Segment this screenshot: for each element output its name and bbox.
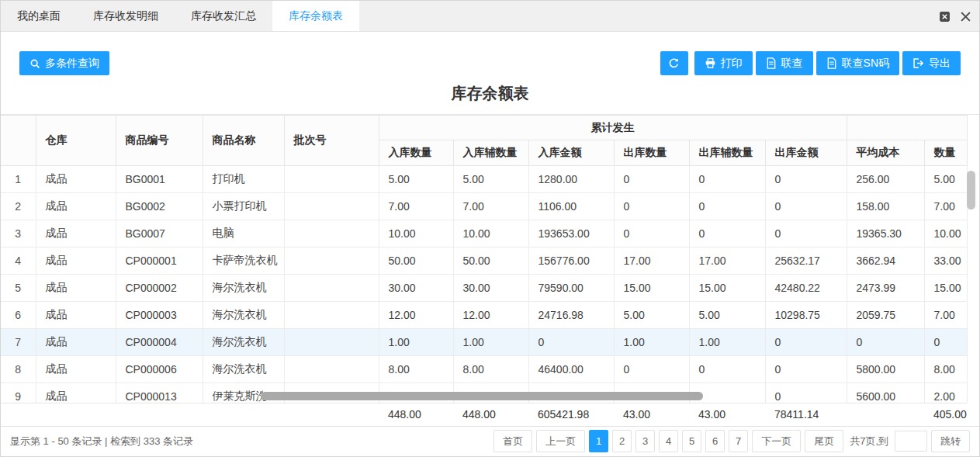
row-index: 6	[1, 302, 36, 329]
tab-stock-balance[interactable]: 库存余额表	[272, 1, 359, 31]
cell-in-qty: 1.00	[379, 329, 453, 356]
cell-out-aux-qty: 5.00	[689, 302, 765, 329]
next-page-button[interactable]: 下一页	[752, 430, 801, 452]
col-group-balance	[847, 116, 967, 140]
jump-button[interactable]: 跳转	[931, 430, 970, 452]
row-index: 1	[1, 166, 36, 193]
table-row[interactable]: 5成品CP000002海尔洗衣机30.0030.0079590.0015.001…	[1, 275, 967, 302]
cell-warehouse: 成品	[36, 275, 116, 302]
page-jump-input[interactable]	[895, 431, 927, 452]
toolbar-right: 打印 联查 联查SN码 导出	[660, 51, 961, 75]
page-number-button[interactable]: 4	[659, 430, 678, 452]
multi-condition-query-button[interactable]: 多条件查询	[19, 51, 109, 75]
table-body: 1成品BG0001打印机5.005.001280.00000256.005.00…	[1, 166, 967, 403]
refresh-button[interactable]	[660, 51, 688, 75]
export-button[interactable]: 导出	[902, 51, 961, 75]
cell-in-qty: 7.00	[379, 193, 453, 220]
cell-out-qty: 0	[614, 220, 689, 248]
first-page-button[interactable]: 首页	[493, 430, 532, 452]
cell-avg-cost: 158.00	[847, 193, 924, 220]
cell-qty: 15.00	[924, 275, 967, 302]
prev-page-button[interactable]: 上一页	[536, 430, 585, 452]
cell-out-aux-qty: 0	[689, 220, 765, 248]
col-group-cumulative: 累计发生	[379, 116, 847, 140]
cell-out-qty: 0	[614, 166, 689, 193]
table-row[interactable]: 8成品CP000006海尔洗衣机8.008.0046400.000005800.…	[1, 356, 967, 383]
col-header-out-aux-qty[interactable]: 出库辅数量	[689, 140, 765, 166]
cell-avg-cost: 19365.30	[847, 220, 924, 248]
cell-in-qty: 30.00	[379, 275, 453, 302]
col-header-qty[interactable]: 数量	[924, 140, 967, 166]
pagination: 首页 上一页 1234567 下一页 尾页 共7页,到 跳转	[493, 430, 970, 452]
cell-out-aux-qty: 0	[689, 166, 765, 193]
table-row[interactable]: 6成品CP000003海尔洗衣机12.0012.0024716.985.005.…	[1, 302, 967, 329]
col-header-batch[interactable]: 批次号	[284, 116, 379, 166]
col-header-avg-cost[interactable]: 平均成本	[847, 140, 924, 166]
cell-in-qty: 5.00	[379, 166, 453, 193]
tab-stock-inout-detail[interactable]: 库存收发明细	[77, 1, 175, 31]
cell-qty: 5.00	[924, 166, 967, 193]
page-number-button[interactable]: 3	[635, 430, 655, 452]
cell-warehouse: 成品	[36, 383, 116, 403]
table-area: 仓库 商品编号 商品名称 批次号 累计发生 入库数量 入库辅数量 入库金额 出库…	[1, 114, 979, 426]
cell-warehouse: 成品	[36, 166, 116, 193]
summary-in-aux-qty: 448.00	[453, 403, 528, 426]
last-page-button[interactable]: 尾页	[805, 430, 843, 452]
col-header-name[interactable]: 商品名称	[203, 116, 284, 166]
total-pages-label: 共7页,到	[850, 434, 888, 448]
linked-query-button[interactable]: 联查	[756, 51, 813, 75]
page-number-button[interactable]: 5	[682, 430, 701, 452]
cell-batch	[284, 302, 379, 329]
cell-out-aux-qty: 17.00	[689, 248, 765, 275]
col-header-in-aux-qty[interactable]: 入库辅数量	[453, 140, 528, 166]
horizontal-scrollbar-thumb[interactable]	[261, 392, 703, 400]
cell-avg-cost: 2059.75	[847, 302, 924, 329]
table-row[interactable]: 7成品CP000004海尔洗衣机1.001.0001.001.00000	[1, 329, 967, 356]
table-row[interactable]: 3成品BG0007电脑10.0010.00193653.0000019365.3…	[1, 220, 967, 248]
tab-stock-inout-summary[interactable]: 库存收发汇总	[175, 1, 272, 31]
linked-query-sn-button[interactable]: 联查SN码	[816, 51, 899, 75]
cell-name: 卡萨帝洗衣机	[203, 248, 284, 275]
page-number-button[interactable]: 1	[589, 430, 608, 452]
col-header-out-qty[interactable]: 出库数量	[614, 140, 689, 166]
cell-qty: 7.00	[924, 302, 967, 329]
tab-my-desktop[interactable]: 我的桌面	[1, 1, 77, 31]
col-header-index	[1, 116, 36, 166]
cell-out-qty: 17.00	[614, 248, 689, 275]
summary-qty: 405.00	[924, 403, 967, 426]
col-header-in-qty[interactable]: 入库数量	[379, 140, 453, 166]
cell-in-aux-qty: 30.00	[453, 275, 528, 302]
toolbar-left: 多条件查询	[19, 51, 109, 75]
page-number-button[interactable]: 6	[705, 430, 725, 452]
cell-out-amount: 0	[765, 329, 847, 356]
cell-qty: 2.00	[924, 383, 967, 403]
col-header-code[interactable]: 商品编号	[116, 116, 203, 166]
cell-avg-cost: 0	[847, 329, 924, 356]
col-header-in-amount[interactable]: 入库金额	[528, 140, 614, 166]
close-tab-icon[interactable]	[939, 11, 951, 23]
vertical-scrollbar-thumb[interactable]	[967, 171, 975, 209]
cell-in-amount: 0	[528, 329, 614, 356]
cell-out-amount: 0	[765, 383, 847, 403]
page-number-button[interactable]: 7	[729, 430, 748, 452]
linked-query-sn-label: 联查SN码	[842, 57, 889, 71]
cell-name: 电脑	[203, 220, 284, 248]
summary-out-qty: 43.00	[614, 403, 689, 426]
cell-in-aux-qty: 7.00	[453, 193, 528, 220]
cell-qty: 8.00	[924, 356, 967, 383]
col-header-out-amount[interactable]: 出库金额	[765, 140, 847, 166]
cell-batch	[284, 329, 379, 356]
cell-code: CP000002	[116, 275, 203, 302]
close-all-icon[interactable]	[960, 11, 971, 23]
printer-icon	[705, 57, 716, 69]
tabbar-icons	[939, 1, 971, 32]
cell-out-qty: 0	[614, 193, 689, 220]
table-row[interactable]: 2成品BG0002小票打印机7.007.001106.00000158.007.…	[1, 193, 967, 220]
page-number-button[interactable]: 2	[612, 430, 632, 452]
print-button[interactable]: 打印	[694, 51, 753, 75]
table-row[interactable]: 1成品BG0001打印机5.005.001280.00000256.005.00	[1, 166, 967, 193]
table-row[interactable]: 4成品CP000001卡萨帝洗衣机50.0050.00156776.0017.0…	[1, 248, 967, 275]
col-header-warehouse[interactable]: 仓库	[36, 116, 116, 166]
cell-name: 打印机	[203, 166, 284, 193]
cell-name: 海尔洗衣机	[203, 329, 284, 356]
